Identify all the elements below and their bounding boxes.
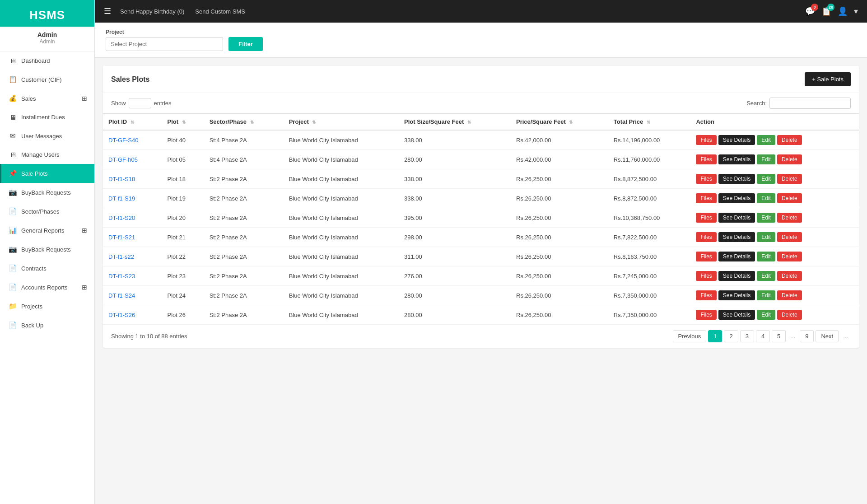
- see-details-button-2[interactable]: See Details: [718, 174, 755, 184]
- files-button-6[interactable]: Files: [696, 252, 716, 261]
- sidebar-label-projects: Projects: [21, 303, 42, 310]
- page-button-3[interactable]: 3: [740, 330, 754, 342]
- sidebar-item-back-up[interactable]: 📄 Back Up: [0, 316, 94, 335]
- dropdown-icon[interactable]: ▾: [854, 6, 858, 16]
- sidebar-item-projects[interactable]: 📁 Projects: [0, 297, 94, 316]
- edit-button-3[interactable]: Edit: [757, 193, 775, 203]
- plot-id-link-2[interactable]: DT-f1-S18: [108, 176, 135, 182]
- chat-icon-wrap[interactable]: 💬 0: [805, 6, 815, 16]
- delete-button-3[interactable]: Delete: [777, 193, 802, 203]
- delete-button-6[interactable]: Delete: [777, 252, 802, 261]
- files-button-0[interactable]: Files: [696, 135, 716, 145]
- add-sale-button[interactable]: + Sale Plots: [805, 72, 851, 86]
- user-icon[interactable]: 👤: [838, 6, 848, 16]
- page-button-2[interactable]: 2: [724, 330, 738, 342]
- see-details-button-0[interactable]: See Details: [718, 135, 755, 145]
- plus-icon-accounts-reports[interactable]: ⊞: [82, 284, 87, 291]
- page-button-9[interactable]: 9: [800, 330, 814, 342]
- cell-total-price-0: Rs.14,196,000.00: [608, 130, 691, 150]
- entries-input[interactable]: 10: [129, 98, 151, 108]
- see-details-button-3[interactable]: See Details: [718, 193, 755, 203]
- delete-button-8[interactable]: Delete: [777, 290, 802, 300]
- files-button-4[interactable]: Files: [696, 213, 716, 223]
- sidebar-item-accounts-reports[interactable]: 📄 Accounts Reports ⊞: [0, 278, 94, 297]
- topbar-birthday-link[interactable]: Send Happy Birthday (0): [120, 8, 184, 15]
- project-input[interactable]: [106, 37, 223, 51]
- files-button-3[interactable]: Files: [696, 193, 716, 203]
- plus-icon-sales[interactable]: ⊞: [82, 95, 87, 102]
- sidebar-label-buyback-requests-2: BuyBack Requests: [21, 246, 71, 253]
- hamburger-icon[interactable]: ☰: [104, 6, 111, 16]
- edit-button-8[interactable]: Edit: [757, 290, 775, 300]
- page-button-1[interactable]: 1: [708, 330, 722, 342]
- delete-button-7[interactable]: Delete: [777, 271, 802, 281]
- edit-button-7[interactable]: Edit: [757, 271, 775, 281]
- sidebar-item-customer-cif[interactable]: 📋 Customer (CIF): [0, 70, 94, 89]
- topbar-custom-sms-link[interactable]: Send Custom SMS: [195, 8, 245, 15]
- plot-id-link-0[interactable]: DT-GF-S40: [108, 137, 138, 144]
- sidebar-item-contracts[interactable]: 📄 Contracts: [0, 259, 94, 278]
- sidebar-item-sale-plots[interactable]: 📌 Sale Plots: [0, 164, 94, 183]
- see-details-button-9[interactable]: See Details: [718, 310, 755, 320]
- user-name: Admin: [0, 31, 94, 38]
- delete-button-9[interactable]: Delete: [777, 310, 802, 320]
- cell-plot-id-0: DT-GF-S40: [103, 130, 162, 150]
- files-button-9[interactable]: Files: [696, 310, 716, 320]
- files-button-7[interactable]: Files: [696, 271, 716, 281]
- pagination-controls: Previous12345...9Next...: [673, 330, 851, 342]
- see-details-button-7[interactable]: See Details: [718, 271, 755, 281]
- page-button-5[interactable]: 5: [772, 330, 786, 342]
- delete-button-2[interactable]: Delete: [777, 174, 802, 184]
- sidebar-item-general-reports[interactable]: 📊 General Reports ⊞: [0, 221, 94, 240]
- edit-button-1[interactable]: Edit: [757, 154, 775, 164]
- sidebar-item-dashboard[interactable]: 🖥 Dashboard: [0, 51, 94, 70]
- search-input[interactable]: [769, 98, 851, 109]
- files-button-8[interactable]: Files: [696, 290, 716, 300]
- previous-button[interactable]: Previous: [673, 330, 707, 342]
- plot-id-link-1[interactable]: DT-GF-h05: [108, 156, 138, 163]
- plot-id-link-9[interactable]: DT-f1-S26: [108, 312, 135, 318]
- files-button-5[interactable]: Files: [696, 232, 716, 242]
- delete-button-1[interactable]: Delete: [777, 154, 802, 164]
- sidebar-icon-customer-cif: 📋: [9, 75, 17, 84]
- edit-button-5[interactable]: Edit: [757, 232, 775, 242]
- sidebar-item-manage-users[interactable]: 🖥 Manage Users: [0, 145, 94, 164]
- cell-price-sqft-4: Rs.26,250.00: [511, 208, 608, 228]
- edit-button-6[interactable]: Edit: [757, 252, 775, 261]
- sidebar-item-user-messages[interactable]: ✉ User Messages: [0, 126, 94, 145]
- edit-button-0[interactable]: Edit: [757, 135, 775, 145]
- files-button-2[interactable]: Files: [696, 174, 716, 184]
- see-details-button-4[interactable]: See Details: [718, 213, 755, 223]
- sidebar-item-installment-dues[interactable]: 🖥 Installment Dues: [0, 108, 94, 126]
- files-button-1[interactable]: Files: [696, 154, 716, 164]
- sidebar-nav: 🖥 Dashboard 📋 Customer (CIF) 💰 Sales ⊞ 🖥…: [0, 51, 94, 335]
- see-details-button-1[interactable]: See Details: [718, 154, 755, 164]
- notification-icon-wrap[interactable]: 📋 28: [821, 6, 831, 16]
- see-details-button-5[interactable]: See Details: [718, 232, 755, 242]
- plot-id-link-5[interactable]: DT-f1-S21: [108, 234, 135, 241]
- see-details-button-8[interactable]: See Details: [718, 290, 755, 300]
- topbar-nav: Send Happy Birthday (0) Send Custom SMS: [120, 8, 805, 15]
- sidebar-item-sector-phases[interactable]: 📄 Sector/Phases: [0, 202, 94, 221]
- edit-button-9[interactable]: Edit: [757, 310, 775, 320]
- cell-project-5: Blue World City Islamabad: [284, 228, 399, 247]
- plot-id-link-6[interactable]: DT-f1-s22: [108, 253, 134, 260]
- edit-button-4[interactable]: Edit: [757, 213, 775, 223]
- filter-button[interactable]: Filter: [228, 37, 263, 51]
- plus-icon-general-reports[interactable]: ⊞: [82, 227, 87, 234]
- sidebar-item-sales[interactable]: 💰 Sales ⊞: [0, 89, 94, 108]
- col-header-3: Project ⇅: [284, 114, 399, 131]
- delete-button-4[interactable]: Delete: [777, 213, 802, 223]
- plot-id-link-3[interactable]: DT-f1-S19: [108, 195, 135, 202]
- see-details-button-6[interactable]: See Details: [718, 252, 755, 261]
- sidebar-item-buyback-requests-2[interactable]: 📷 BuyBack Requests: [0, 240, 94, 259]
- delete-button-5[interactable]: Delete: [777, 232, 802, 242]
- plot-id-link-8[interactable]: DT-f1-S24: [108, 292, 135, 299]
- page-button-4[interactable]: 4: [756, 330, 770, 342]
- delete-button-0[interactable]: Delete: [777, 135, 802, 145]
- next-button[interactable]: Next: [816, 330, 839, 342]
- plot-id-link-7[interactable]: DT-f1-S23: [108, 273, 135, 280]
- edit-button-2[interactable]: Edit: [757, 174, 775, 184]
- sidebar-item-buyback-requests-1[interactable]: 📷 BuyBack Requests: [0, 183, 94, 202]
- plot-id-link-4[interactable]: DT-f1-S20: [108, 215, 135, 221]
